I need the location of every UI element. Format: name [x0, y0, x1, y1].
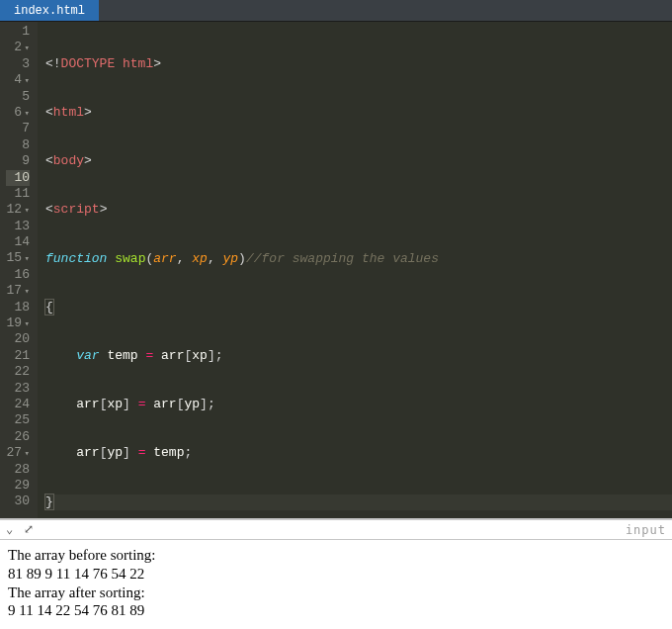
code-line: <body>: [45, 153, 672, 169]
line-number: 28: [6, 462, 30, 478]
line-number: 10: [6, 170, 30, 186]
code-line: {: [45, 300, 672, 315]
code-line: arr[xp] = arr[yp];: [45, 397, 672, 412]
fold-icon[interactable]: ▾: [22, 284, 30, 300]
fold-icon[interactable]: ▾: [22, 41, 30, 56]
tab-bar: index.html: [0, 0, 672, 22]
fold-icon[interactable]: ▾: [22, 106, 30, 122]
line-number: 29: [6, 478, 30, 494]
code-line: <script>: [45, 202, 672, 218]
line-number: 15 ▾: [6, 250, 30, 266]
expand-icon[interactable]: ⤢: [24, 523, 34, 537]
line-number: 20: [6, 331, 30, 347]
line-number: 3: [6, 56, 30, 72]
output-before-label: The array before sorting:: [8, 546, 664, 565]
line-number: 24: [6, 397, 30, 412]
code-line-active: }: [45, 494, 672, 510]
line-number: 1: [6, 24, 30, 40]
output-before-values: 81 89 9 11 14 76 54 22: [8, 565, 664, 584]
line-number: 30: [6, 494, 30, 509]
line-number: 26: [6, 429, 30, 445]
line-number: 27 ▾: [6, 445, 30, 461]
fold-icon[interactable]: ▾: [22, 73, 30, 89]
code-line: arr[yp] = temp;: [45, 445, 672, 461]
line-number: 11: [6, 186, 30, 202]
line-number: 12 ▾: [6, 202, 30, 218]
panel-separator: ⌄ ⤢ input: [0, 518, 672, 540]
output-after-label: The array after sorting:: [8, 584, 664, 602]
chevron-down-icon[interactable]: ⌄: [6, 523, 13, 537]
line-number-gutter: 12 ▾34 ▾56 ▾789101112 ▾131415 ▾1617 ▾181…: [0, 22, 38, 518]
line-number: 25: [6, 412, 30, 428]
line-number: 18: [6, 300, 30, 315]
fold-icon[interactable]: ▾: [22, 251, 30, 267]
line-number: 7: [6, 121, 30, 136]
tab-index-html[interactable]: index.html: [0, 0, 99, 21]
fold-icon[interactable]: ▾: [22, 316, 30, 332]
code-line: <!DOCTYPE html>: [45, 56, 672, 72]
line-number: 6 ▾: [6, 105, 30, 121]
line-number: 13: [6, 219, 30, 234]
fold-icon[interactable]: ▾: [22, 203, 30, 219]
line-number: 21: [6, 348, 30, 364]
panel-controls: ⌄ ⤢: [6, 522, 38, 537]
code-line: var temp = arr[xp];: [45, 348, 672, 364]
code-line: <html>: [45, 105, 672, 121]
fold-icon[interactable]: ▾: [22, 446, 30, 462]
line-number: 19 ▾: [6, 315, 30, 331]
line-number: 23: [6, 381, 30, 397]
tab-label: index.html: [14, 4, 85, 18]
line-number: 9: [6, 153, 30, 169]
code-area[interactable]: <!DOCTYPE html> <html> <body> <script> f…: [38, 22, 672, 518]
line-number: 22: [6, 364, 30, 380]
line-number: 4 ▾: [6, 72, 30, 88]
line-number: 5: [6, 89, 30, 105]
line-number: 17 ▾: [6, 283, 30, 299]
line-number: 16: [6, 267, 30, 283]
line-number: 8: [6, 137, 30, 153]
output-panel: The array before sorting: 81 89 9 11 14 …: [0, 540, 672, 629]
line-number: 14: [6, 234, 30, 250]
input-label: input: [626, 523, 666, 537]
line-number: 2 ▾: [6, 40, 30, 55]
output-after-values: 9 11 14 22 54 76 81 89: [8, 601, 664, 620]
code-editor[interactable]: 12 ▾34 ▾56 ▾789101112 ▾131415 ▾1617 ▾181…: [0, 22, 672, 518]
code-line: function swap(arr, xp, yp)//for swapping…: [45, 251, 672, 267]
